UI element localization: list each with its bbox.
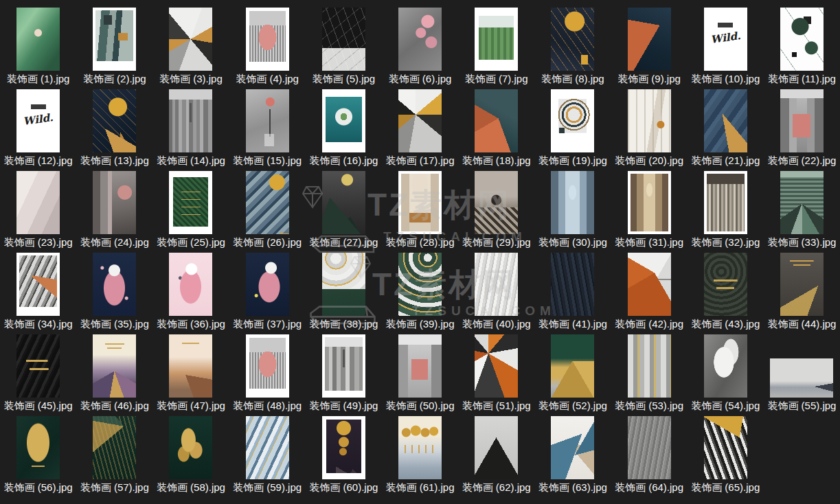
file-thumbnail[interactable] (628, 171, 671, 234)
file-thumbnail[interactable] (322, 416, 365, 479)
file-thumbnail[interactable] (780, 8, 824, 71)
file-item[interactable]: 装饰画 (53).jpg (611, 331, 687, 413)
file-thumbnail[interactable] (16, 253, 60, 316)
file-thumbnail[interactable] (16, 416, 60, 479)
file-thumbnail[interactable] (322, 8, 365, 71)
file-thumbnail[interactable] (398, 8, 442, 71)
file-item[interactable]: 装饰画 (9).jpg (611, 4, 687, 86)
file-item[interactable]: 装饰画 (40).jpg (458, 249, 534, 331)
file-thumbnail[interactable] (93, 89, 136, 152)
file-item[interactable]: 装饰画 (60).jpg (306, 413, 382, 494)
file-thumbnail[interactable] (16, 171, 60, 234)
file-thumbnail[interactable] (628, 253, 671, 316)
file-thumbnail[interactable] (704, 334, 747, 398)
file-item[interactable]: 装饰画 (14).jpg (152, 86, 229, 168)
file-item[interactable]: 装饰画 (64).jpg (611, 413, 687, 494)
file-thumbnail[interactable] (551, 253, 594, 316)
file-thumbnail[interactable] (246, 253, 289, 316)
file-item[interactable]: 装饰画 (5).jpg (306, 4, 382, 86)
file-item[interactable]: 装饰画 (8).jpg (534, 4, 611, 86)
file-item[interactable]: 装饰画 (17).jpg (382, 86, 458, 168)
file-item[interactable]: 装饰画 (22).jpg (764, 86, 840, 168)
file-item[interactable]: 装饰画 (43).jpg (688, 249, 764, 331)
file-item[interactable]: 装饰画 (34).jpg (0, 249, 76, 331)
file-item[interactable]: 装饰画 (21).jpg (688, 86, 764, 168)
file-thumbnail[interactable] (169, 334, 212, 398)
file-item[interactable]: 装饰画 (51).jpg (458, 331, 534, 413)
file-thumbnail[interactable] (322, 89, 365, 152)
file-thumbnail[interactable] (246, 171, 289, 234)
file-item[interactable]: 装饰画 (11).jpg (764, 4, 840, 86)
file-thumbnail[interactable] (551, 8, 594, 71)
file-thumbnail[interactable] (16, 334, 60, 398)
file-item[interactable]: 装饰画 (30).jpg (534, 168, 611, 249)
file-item[interactable]: 装饰画 (35).jpg (76, 249, 152, 331)
file-thumbnail[interactable] (475, 8, 518, 71)
file-item[interactable]: 装饰画 (41).jpg (534, 249, 611, 331)
file-item[interactable]: 装饰画 (39).jpg (382, 249, 458, 331)
file-item[interactable]: 装饰画 (25).jpg (152, 168, 229, 249)
file-thumbnail[interactable] (704, 416, 747, 479)
file-item[interactable]: 装饰画 (42).jpg (611, 249, 687, 331)
file-thumbnail[interactable] (169, 89, 212, 152)
file-thumbnail[interactable] (169, 416, 212, 479)
file-thumbnail[interactable] (246, 8, 289, 71)
file-thumbnail[interactable] (246, 334, 289, 398)
file-item[interactable]: 装饰画 (26).jpg (229, 168, 306, 249)
file-item[interactable]: 装饰画 (33).jpg (764, 168, 840, 249)
file-thumbnail[interactable] (398, 89, 442, 152)
file-item[interactable]: 装饰画 (65).jpg (688, 413, 764, 494)
file-item[interactable]: 装饰画 (24).jpg (76, 168, 152, 249)
file-thumbnail[interactable] (93, 334, 136, 398)
file-item[interactable]: 装饰画 (47).jpg (152, 331, 229, 413)
file-item[interactable]: 装饰画 (27).jpg (306, 168, 382, 249)
file-thumbnail[interactable]: Wild. (16, 89, 60, 152)
file-item[interactable]: 装饰画 (3).jpg (152, 4, 229, 86)
file-thumbnail[interactable] (704, 171, 747, 234)
file-item[interactable]: 装饰画 (58).jpg (152, 413, 229, 494)
file-item[interactable]: 装饰画 (1).jpg (0, 4, 76, 86)
file-item[interactable]: 装饰画 (32).jpg (688, 168, 764, 249)
file-item[interactable]: 装饰画 (45).jpg (0, 331, 76, 413)
file-thumbnail[interactable] (704, 89, 747, 152)
file-item[interactable]: 装饰画 (50).jpg (382, 331, 458, 413)
file-item[interactable]: 装饰画 (31).jpg (611, 168, 687, 249)
file-item[interactable]: 装饰画 (38).jpg (306, 249, 382, 331)
file-thumbnail[interactable] (780, 253, 824, 316)
file-thumbnail[interactable] (780, 171, 824, 234)
file-item[interactable]: 装饰画 (55).jpg (764, 331, 840, 413)
file-thumbnail[interactable] (475, 334, 518, 398)
file-item[interactable]: 装饰画 (61).jpg (382, 413, 458, 494)
file-item[interactable]: 装饰画 (57).jpg (76, 413, 152, 494)
file-thumbnail[interactable] (551, 334, 594, 398)
file-item[interactable]: 装饰画 (29).jpg (458, 168, 534, 249)
file-thumbnail[interactable] (93, 416, 136, 479)
file-thumbnail[interactable] (551, 416, 594, 479)
file-item[interactable]: 装饰画 (49).jpg (306, 331, 382, 413)
file-thumbnail[interactable] (93, 171, 136, 234)
file-item[interactable]: 装饰画 (18).jpg (458, 86, 534, 168)
file-item[interactable]: 装饰画 (63).jpg (534, 413, 611, 494)
file-thumbnail[interactable] (475, 416, 518, 479)
file-item[interactable]: 装饰画 (20).jpg (611, 86, 687, 168)
file-thumbnail[interactable] (551, 171, 594, 234)
file-thumbnail[interactable] (475, 171, 518, 234)
file-item[interactable]: 装饰画 (52).jpg (534, 331, 611, 413)
file-thumbnail[interactable] (169, 253, 212, 316)
file-item[interactable]: 装饰画 (54).jpg (688, 331, 764, 413)
file-thumbnail[interactable] (628, 334, 671, 398)
file-thumbnail[interactable] (246, 89, 289, 152)
file-item[interactable]: 装饰画 (13).jpg (76, 86, 152, 168)
file-item[interactable]: 装饰画 (7).jpg (458, 4, 534, 86)
file-item[interactable]: 装饰画 (37).jpg (229, 249, 306, 331)
file-item[interactable]: 装饰画 (44).jpg (764, 249, 840, 331)
file-item[interactable]: 装饰画 (48).jpg (229, 331, 306, 413)
file-thumbnail[interactable] (704, 253, 747, 316)
file-thumbnail[interactable] (398, 334, 442, 398)
file-item[interactable]: 装饰画 (4).jpg (229, 4, 306, 86)
file-item[interactable]: 装饰画 (56).jpg (0, 413, 76, 494)
file-item[interactable]: 装饰画 (6).jpg (382, 4, 458, 86)
file-thumbnail[interactable]: Wild. (704, 8, 747, 71)
file-thumbnail[interactable] (770, 358, 833, 398)
file-thumbnail[interactable] (628, 89, 671, 152)
